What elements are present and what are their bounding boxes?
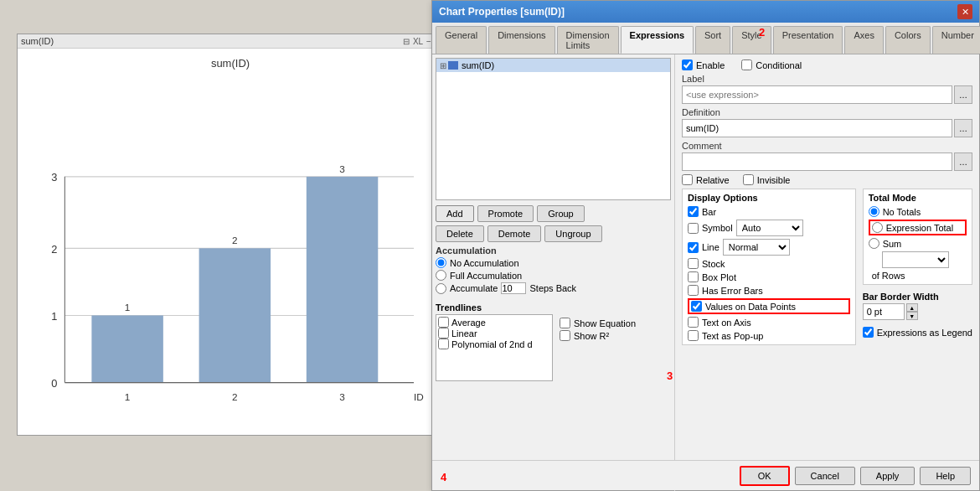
- symbol-row: Symbol Auto: [688, 220, 850, 236]
- expression-total-label: Expression Total: [886, 223, 954, 233]
- values-on-data-points-item: Values on Data Points: [688, 298, 850, 314]
- error-bars-checkbox[interactable]: [688, 285, 699, 296]
- bar-border-down[interactable]: ▼: [906, 312, 918, 320]
- relative-checkbox[interactable]: [682, 174, 693, 185]
- line-select[interactable]: Normal: [723, 239, 790, 256]
- expand-icon: ⊞: [440, 61, 446, 70]
- line-checkbox[interactable]: [688, 242, 699, 253]
- display-options-title: Display Options: [688, 193, 850, 203]
- demote-button[interactable]: Demote: [487, 225, 542, 242]
- symbol-select[interactable]: Auto: [736, 220, 803, 236]
- annotation-3: 3: [667, 370, 673, 382]
- display-options-list: Bar Symbol Auto: [688, 206, 850, 341]
- invisible-checkbox[interactable]: [743, 174, 754, 185]
- sum-options-row: [882, 251, 967, 268]
- stock-label: Stock: [702, 259, 725, 269]
- trend-linear: Linear: [438, 328, 550, 339]
- accumulation-label: Accumulation: [436, 246, 671, 256]
- promote-button[interactable]: Promote: [477, 205, 534, 222]
- stock-checkbox[interactable]: [688, 258, 699, 269]
- cancel-button[interactable]: Cancel: [795, 467, 855, 485]
- apply-button[interactable]: Apply: [860, 467, 916, 485]
- accumulate-steps-input[interactable]: [501, 282, 526, 294]
- expressions-list[interactable]: ⊞ sum(ID): [436, 58, 671, 200]
- show-r2-checkbox[interactable]: [560, 330, 570, 341]
- accumulate-row: Accumulate Steps Back: [436, 282, 671, 294]
- chart-properties-dialog: Chart Properties [sum(ID)] ✕ 1 2 General…: [431, 0, 980, 491]
- tab-style[interactable]: Style: [732, 26, 771, 54]
- chart-icon-2: XL: [413, 37, 423, 46]
- values-on-data-points-checkbox[interactable]: [691, 301, 702, 312]
- comment-input[interactable]: [682, 152, 952, 171]
- delete-button[interactable]: Delete: [436, 225, 484, 242]
- enable-checkbox[interactable]: [682, 59, 693, 70]
- trendlines-list[interactable]: Average Linear Polynomial of 2nd d: [436, 314, 553, 381]
- no-accumulation-radio[interactable]: [436, 257, 446, 268]
- show-r2-label: Show R²: [574, 331, 609, 341]
- expressions-legend-checkbox[interactable]: [863, 327, 874, 338]
- trend-linear-checkbox[interactable]: [438, 328, 449, 339]
- show-r2-option: Show R²: [560, 330, 636, 341]
- trendlines-inner: Average Linear Polynomial of 2nd d: [436, 314, 671, 381]
- values-on-data-points-label: Values on Data Points: [705, 302, 796, 312]
- tab-number[interactable]: Number: [932, 26, 980, 54]
- group-button[interactable]: Group: [537, 205, 585, 222]
- trend-average-checkbox[interactable]: [438, 317, 449, 328]
- no-totals-radio[interactable]: [869, 206, 879, 217]
- tab-general[interactable]: General: [436, 26, 487, 54]
- sum-radio[interactable]: [869, 238, 879, 249]
- definition-input-row: …: [682, 119, 972, 137]
- label-input[interactable]: [682, 85, 952, 104]
- add-button[interactable]: Add: [436, 205, 474, 222]
- definition-input[interactable]: [682, 119, 952, 137]
- bar-border-input[interactable]: [863, 303, 905, 320]
- dialog-close-button[interactable]: ✕: [957, 4, 972, 19]
- svg-text:2: 2: [232, 235, 238, 246]
- tab-dimensions[interactable]: Dimensions: [488, 26, 554, 54]
- tab-sort[interactable]: Sort: [695, 26, 730, 54]
- no-accumulation-row: No Accumulation: [436, 257, 671, 268]
- stock-display-item: Stock: [688, 258, 850, 269]
- tab-dimension-limits[interactable]: Dimension Limits: [557, 26, 619, 54]
- sum-select[interactable]: [882, 251, 949, 268]
- trendlines-header: Trendlines: [436, 302, 671, 313]
- label-ellipsis-btn[interactable]: …: [954, 85, 972, 104]
- tab-colors[interactable]: Colors: [885, 26, 931, 54]
- text-on-axis-checkbox[interactable]: [688, 317, 699, 328]
- relative-label: Relative: [696, 175, 730, 185]
- bar-checkbox[interactable]: [688, 206, 699, 217]
- enable-row: Enable Conditional: [682, 59, 972, 70]
- expression-total-radio[interactable]: [872, 222, 883, 233]
- full-accumulation-radio[interactable]: [436, 270, 446, 281]
- ungroup-button[interactable]: Ungroup: [544, 225, 601, 242]
- bar-border-up[interactable]: ▲: [906, 303, 918, 312]
- symbol-checkbox[interactable]: [688, 223, 699, 234]
- relative-invisible-row: Relative Invisible: [682, 174, 972, 185]
- text-as-popup-checkbox[interactable]: [688, 330, 699, 341]
- chart-main-title: sum(ID): [26, 57, 435, 70]
- trend-polynomial-checkbox[interactable]: [438, 339, 449, 349]
- tab-axes[interactable]: Axes: [844, 26, 883, 54]
- accumulate-radio[interactable]: [436, 283, 446, 294]
- dialog-title: Chart Properties [sum(ID)]: [439, 6, 565, 18]
- display-options-section: Display Options Bar Symbol: [682, 189, 856, 345]
- dialog-tabs: General Dimensions Dimension Limits Expr…: [432, 23, 979, 54]
- enable-label: Enable: [696, 60, 725, 70]
- conditional-checkbox[interactable]: [741, 59, 752, 70]
- chart-svg: 0 1 2 3 1 2: [26, 74, 435, 414]
- expression-item[interactable]: ⊞ sum(ID): [436, 59, 670, 72]
- show-options: Show Equation Show R²: [560, 318, 636, 381]
- dialog-body: ⊞ sum(ID) Add Promote Group Delete Demot…: [432, 54, 979, 491]
- boxplot-checkbox[interactable]: [688, 271, 699, 282]
- tab-expressions[interactable]: Expressions: [621, 26, 694, 54]
- help-button[interactable]: Help: [920, 467, 971, 485]
- ok-button[interactable]: OK: [740, 466, 790, 486]
- definition-ellipsis-btn[interactable]: …: [954, 119, 972, 137]
- comment-ellipsis-btn[interactable]: …: [954, 152, 972, 171]
- full-accumulation-label: Full Accumulation: [450, 271, 522, 281]
- show-equation-option: Show Equation: [560, 318, 636, 328]
- text-on-axis-label: Text on Axis: [702, 318, 751, 328]
- tab-presentation[interactable]: Presentation: [773, 26, 843, 54]
- chart-icon-1: ⊟: [403, 37, 410, 46]
- show-equation-checkbox[interactable]: [560, 318, 570, 328]
